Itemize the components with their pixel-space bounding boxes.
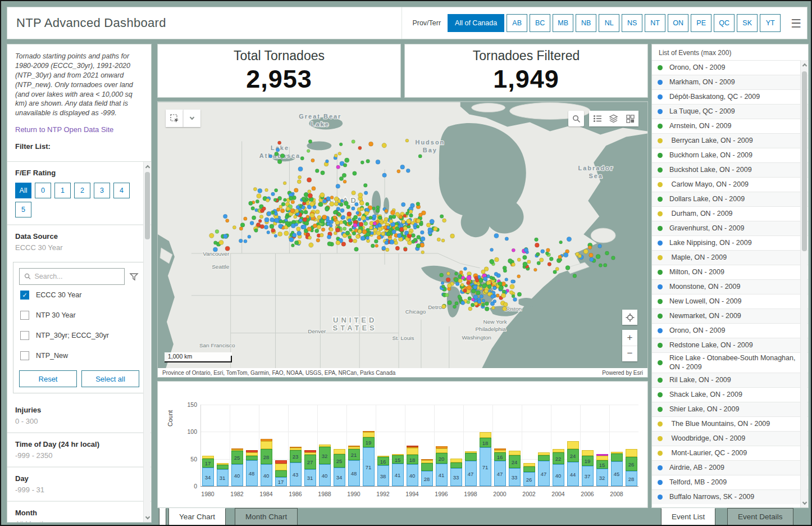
tornado-point[interactable] bbox=[420, 243, 425, 247]
event-row[interactable]: La Tuque, QC - 2009 bbox=[652, 104, 808, 119]
tornado-point[interactable] bbox=[258, 219, 262, 223]
tornado-point[interactable] bbox=[490, 248, 494, 252]
tornado-point[interactable] bbox=[578, 255, 581, 258]
tornado-point[interactable] bbox=[286, 207, 290, 211]
event-row[interactable]: New Lowell, ON - 2009 bbox=[652, 294, 808, 309]
bar-1994[interactable]: 4018 bbox=[407, 446, 418, 486]
tornado-point[interactable] bbox=[359, 222, 363, 226]
bar-1988[interactable]: 4032 bbox=[319, 445, 331, 486]
select-tool-dropdown-button[interactable] bbox=[183, 110, 200, 127]
checkbox-box[interactable]: ✓ bbox=[20, 291, 29, 300]
tornado-point[interactable] bbox=[590, 257, 594, 261]
tornado-point[interactable] bbox=[473, 285, 477, 289]
tornado-point[interactable] bbox=[284, 231, 289, 235]
tornado-point[interactable] bbox=[311, 158, 314, 162]
tornado-point[interactable] bbox=[338, 152, 341, 155]
tornado-point[interactable] bbox=[354, 247, 359, 252]
tornado-point[interactable] bbox=[269, 155, 272, 158]
filter-card-injuries[interactable]: Injuries0 - 300 bbox=[7, 399, 151, 432]
tornado-point[interactable] bbox=[430, 219, 434, 224]
prov-button-nt[interactable]: NT bbox=[645, 14, 665, 32]
tornado-point[interactable] bbox=[509, 291, 513, 294]
filter-card-time-of-day-24-hr-local[interactable]: Time of Day (24 hr local)-999 - 2350 bbox=[7, 432, 151, 466]
tornado-point[interactable] bbox=[553, 270, 557, 274]
tornado-point[interactable] bbox=[312, 187, 316, 191]
tornado-point[interactable] bbox=[320, 193, 325, 197]
tornado-point[interactable] bbox=[477, 300, 481, 303]
layers-button[interactable] bbox=[605, 111, 622, 126]
tornado-point[interactable] bbox=[253, 187, 257, 191]
tornado-point[interactable] bbox=[535, 238, 539, 242]
tornado-point[interactable] bbox=[330, 220, 334, 224]
tornado-point[interactable] bbox=[523, 262, 527, 266]
tornado-point[interactable] bbox=[355, 234, 359, 238]
filter-card-month[interactable]: MonthAll Months bbox=[7, 501, 151, 523]
tornado-point[interactable] bbox=[405, 139, 409, 142]
tornado-point[interactable] bbox=[476, 291, 481, 295]
event-row[interactable]: Dollars Lake, ON - 2009 bbox=[652, 192, 808, 206]
tornado-point[interactable] bbox=[493, 286, 497, 290]
tornado-point[interactable] bbox=[270, 224, 274, 229]
event-row[interactable]: Buffalo Narrows, SK - 2009 bbox=[652, 489, 808, 504]
tornado-point[interactable] bbox=[540, 258, 544, 262]
tornado-point[interactable] bbox=[392, 215, 396, 219]
tornado-point[interactable] bbox=[517, 275, 521, 278]
tornado-point[interactable] bbox=[463, 267, 467, 270]
checkbox-box[interactable] bbox=[20, 311, 29, 320]
scroll-up-arrow[interactable] bbox=[144, 162, 151, 171]
tornado-point[interactable] bbox=[307, 149, 310, 153]
tornado-point[interactable] bbox=[603, 264, 606, 267]
tornado-point[interactable] bbox=[358, 229, 362, 233]
tornado-point[interactable] bbox=[254, 229, 258, 233]
tornado-point[interactable] bbox=[264, 225, 268, 229]
tornado-point[interactable] bbox=[327, 242, 332, 246]
tornado-point[interactable] bbox=[455, 282, 459, 286]
tornado-point[interactable] bbox=[327, 235, 331, 239]
tornado-point[interactable] bbox=[352, 140, 355, 143]
select-by-rectangle-button[interactable] bbox=[166, 110, 183, 127]
tornado-point[interactable] bbox=[408, 232, 412, 235]
tornado-point[interactable] bbox=[258, 188, 262, 193]
tornado-point[interactable] bbox=[329, 228, 333, 232]
tornado-point[interactable] bbox=[232, 226, 236, 229]
prov-button-all-of-canada[interactable]: All of Canada bbox=[448, 14, 504, 32]
bar-2009[interactable]: 2826 bbox=[626, 449, 637, 486]
tornado-point[interactable] bbox=[481, 303, 485, 306]
prov-button-ab[interactable]: AB bbox=[507, 14, 527, 32]
event-row[interactable]: Orono, ON - 2009 bbox=[652, 323, 808, 338]
tornado-point[interactable] bbox=[448, 301, 452, 305]
tornado-point[interactable] bbox=[279, 224, 283, 229]
open-data-link[interactable]: Return to NTP Open Data Site bbox=[15, 125, 113, 134]
tornado-point[interactable] bbox=[443, 219, 446, 223]
tab-year-chart[interactable]: Year Chart bbox=[168, 508, 226, 525]
tab-month-chart[interactable]: Month Chart bbox=[235, 508, 298, 525]
bar-1983[interactable]: 48 bbox=[246, 450, 258, 486]
tornado-point[interactable] bbox=[360, 207, 363, 211]
tornado-point[interactable] bbox=[373, 222, 376, 225]
tornado-point[interactable] bbox=[411, 221, 414, 225]
tornado-point[interactable] bbox=[226, 219, 229, 223]
map-viewport[interactable]: Great BearLakeLakeAthabascaHudsonBayLabr… bbox=[158, 102, 647, 368]
tornado-point[interactable] bbox=[271, 229, 275, 233]
tornado-point[interactable] bbox=[352, 232, 356, 235]
event-row[interactable]: Markham, ON - 2009 bbox=[652, 75, 808, 89]
bar-2001[interactable]: 3324 bbox=[509, 451, 521, 486]
tornado-point[interactable] bbox=[567, 237, 571, 241]
tornado-point[interactable] bbox=[384, 220, 387, 224]
tornado-point[interactable] bbox=[372, 207, 376, 210]
event-row[interactable]: Shier Lake, ON - 2009 bbox=[652, 402, 808, 416]
tornado-point[interactable] bbox=[358, 217, 361, 221]
tornado-point[interactable] bbox=[461, 276, 464, 279]
tornado-point[interactable] bbox=[385, 248, 389, 251]
tornado-point[interactable] bbox=[513, 297, 517, 301]
tornado-point[interactable] bbox=[292, 233, 296, 238]
tornado-point[interactable] bbox=[486, 280, 491, 285]
prov-button-bc[interactable]: BC bbox=[530, 14, 550, 32]
tornado-point[interactable] bbox=[385, 241, 389, 245]
tornado-point[interactable] bbox=[256, 199, 259, 203]
tornado-point[interactable] bbox=[382, 143, 386, 148]
event-row[interactable]: Dépôt-Baskatong, QC - 2009 bbox=[652, 89, 808, 104]
tornado-point[interactable] bbox=[378, 216, 382, 220]
tornado-point[interactable] bbox=[249, 201, 253, 205]
bar-2005[interactable]: 4424 bbox=[567, 441, 579, 486]
